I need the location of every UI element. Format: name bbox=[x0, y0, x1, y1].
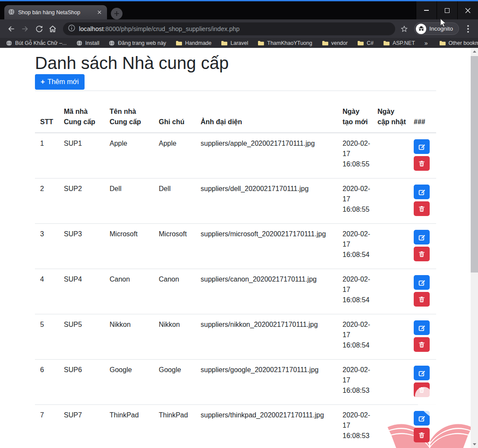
cell-created: 2020-02-17 16:08:54 bbox=[337, 269, 372, 314]
bookmark-item[interactable]: Install bbox=[76, 40, 100, 46]
reload-button[interactable] bbox=[32, 22, 46, 36]
bookmark-label: Laravel bbox=[230, 40, 248, 46]
trash-icon bbox=[418, 160, 425, 167]
page-viewport: NENTANG.VN HÀNH TRANG TỚI TƯƠNG LAI Danh… bbox=[0, 48, 471, 448]
scrollbar-up-button[interactable] bbox=[471, 48, 478, 55]
cell-code: SUP4 bbox=[59, 269, 104, 314]
bookmarks-overflow-chevron-icon[interactable]: » bbox=[425, 40, 428, 47]
other-bookmarks-label: Other bookmarks bbox=[449, 40, 478, 46]
browser-menu-button[interactable] bbox=[462, 22, 474, 35]
folder-icon bbox=[439, 41, 446, 46]
bookmark-folder[interactable]: C# bbox=[357, 40, 374, 46]
header-code: Mã nhà Cung cấp bbox=[59, 91, 104, 133]
folder-icon bbox=[258, 41, 264, 46]
site-info-icon[interactable] bbox=[68, 25, 75, 33]
cell-stt: 6 bbox=[35, 359, 59, 404]
delete-button[interactable] bbox=[414, 428, 430, 442]
scrollbar-thumb[interactable] bbox=[471, 56, 478, 273]
cell-note: Canon bbox=[154, 269, 195, 314]
edit-pencil-icon bbox=[418, 234, 425, 241]
cell-note: ThinkPad bbox=[154, 404, 195, 448]
edit-pencil-icon bbox=[418, 415, 425, 422]
folder-icon bbox=[383, 41, 390, 46]
reload-icon bbox=[35, 25, 43, 33]
delete-button[interactable] bbox=[414, 201, 430, 216]
cell-note: Microsoft bbox=[154, 223, 195, 269]
delete-button[interactable] bbox=[414, 156, 430, 171]
trash-icon bbox=[418, 251, 425, 257]
bookmark-item[interactable]: Bút Gỗ Khắc Chữ –... bbox=[6, 40, 67, 46]
delete-button[interactable] bbox=[414, 382, 430, 397]
cell-name: Microsoft bbox=[104, 223, 154, 269]
add-new-label: Thêm mới bbox=[47, 78, 79, 86]
edit-button[interactable] bbox=[414, 366, 430, 380]
browser-tab[interactable]: Shop bán hàng NetaShop bbox=[4, 5, 107, 19]
cell-name: Dell bbox=[104, 178, 154, 223]
new-tab-button[interactable] bbox=[111, 8, 123, 19]
bookmark-label: ASP.NET bbox=[393, 40, 415, 46]
scrollbar-down-button[interactable] bbox=[471, 441, 478, 448]
table-row: 3 SUP3 Microsoft Microsoft suppliers/mic… bbox=[35, 223, 436, 269]
back-arrow-icon bbox=[7, 25, 16, 33]
header-name: Tên nhà Cung cấp bbox=[104, 91, 154, 133]
bookmark-label: Install bbox=[85, 40, 100, 46]
other-bookmarks-button[interactable]: Other bookmarks bbox=[439, 40, 478, 46]
url-host: localhost bbox=[79, 25, 104, 32]
page-content: Danh sách Nhà cung cấp + Thêm mới STT Mã… bbox=[35, 53, 436, 448]
edit-button[interactable] bbox=[414, 230, 430, 244]
globe-icon bbox=[6, 40, 12, 46]
edit-button[interactable] bbox=[414, 275, 430, 290]
home-button[interactable] bbox=[46, 22, 60, 36]
folder-icon bbox=[221, 41, 227, 46]
incognito-badge[interactable]: Incognito bbox=[414, 22, 459, 35]
address-bar[interactable]: localhost:8000/php/simple/crud_shop_supp… bbox=[63, 22, 395, 35]
bookmark-star-button[interactable] bbox=[398, 22, 411, 35]
edit-button[interactable] bbox=[414, 185, 430, 199]
cell-name: Nikkon bbox=[104, 314, 154, 359]
cell-name: Apple bbox=[104, 133, 154, 179]
cell-code: SUP2 bbox=[59, 178, 104, 223]
cell-created: 2020-02-17 16:08:54 bbox=[337, 223, 372, 269]
delete-button[interactable] bbox=[414, 337, 430, 352]
back-button[interactable] bbox=[4, 22, 18, 36]
cell-stt: 4 bbox=[35, 269, 59, 314]
cell-stt: 2 bbox=[35, 178, 59, 223]
arrow-down-icon bbox=[473, 443, 476, 445]
bookmarks-bar: Bút Gỗ Khắc Chữ –... Install Đăng trang … bbox=[0, 38, 478, 48]
home-icon bbox=[48, 25, 57, 33]
cell-code: SUP6 bbox=[59, 359, 104, 404]
window-accent-border bbox=[0, 0, 478, 1]
url-path: :8000/php/simple/crud_shop_suppliers/ind… bbox=[104, 25, 239, 32]
table-header-row: STT Mã nhà Cung cấp Tên nhà Cung cấp Ghi… bbox=[35, 91, 436, 133]
bookmark-folder[interactable]: ASP.NET bbox=[383, 40, 415, 46]
edit-button[interactable] bbox=[414, 320, 430, 335]
delete-button[interactable] bbox=[414, 247, 430, 261]
tab-close-icon[interactable] bbox=[95, 9, 103, 16]
cell-note: Nikkon bbox=[154, 314, 195, 359]
globe-icon bbox=[76, 40, 82, 46]
cell-created: 2020-02-17 16:08:53 bbox=[337, 404, 372, 448]
window-close-button[interactable] bbox=[457, 1, 478, 19]
forward-button[interactable] bbox=[18, 22, 32, 36]
bookmark-folder[interactable]: Handmade bbox=[176, 40, 211, 46]
bookmark-item[interactable]: Đăng trang web này bbox=[109, 40, 166, 46]
window-maximize-button[interactable] bbox=[437, 1, 457, 19]
bookmark-label: Đăng trang web này bbox=[118, 40, 166, 46]
bookmark-folder[interactable]: ThamKhaoYTuong bbox=[258, 40, 312, 46]
bookmark-folder[interactable]: Laravel bbox=[221, 40, 248, 46]
cell-image: suppliers/google_20200217170111.jpg bbox=[195, 359, 337, 404]
delete-button[interactable] bbox=[414, 292, 430, 307]
edit-button[interactable] bbox=[414, 411, 430, 426]
cell-updated bbox=[372, 314, 409, 359]
add-new-button[interactable]: + Thêm mới bbox=[35, 74, 85, 90]
trash-icon bbox=[418, 205, 425, 212]
header-updated: Ngày cập nhật bbox=[372, 91, 409, 133]
cell-updated bbox=[372, 359, 409, 404]
star-icon bbox=[400, 25, 408, 33]
cell-updated bbox=[372, 223, 409, 269]
bookmark-folder[interactable]: vendor bbox=[322, 40, 348, 46]
edit-button[interactable] bbox=[414, 139, 430, 154]
bookmark-label: Bút Gỗ Khắc Chữ –... bbox=[15, 40, 67, 46]
window-minimize-button[interactable] bbox=[416, 1, 437, 19]
header-stt: STT bbox=[35, 91, 59, 133]
